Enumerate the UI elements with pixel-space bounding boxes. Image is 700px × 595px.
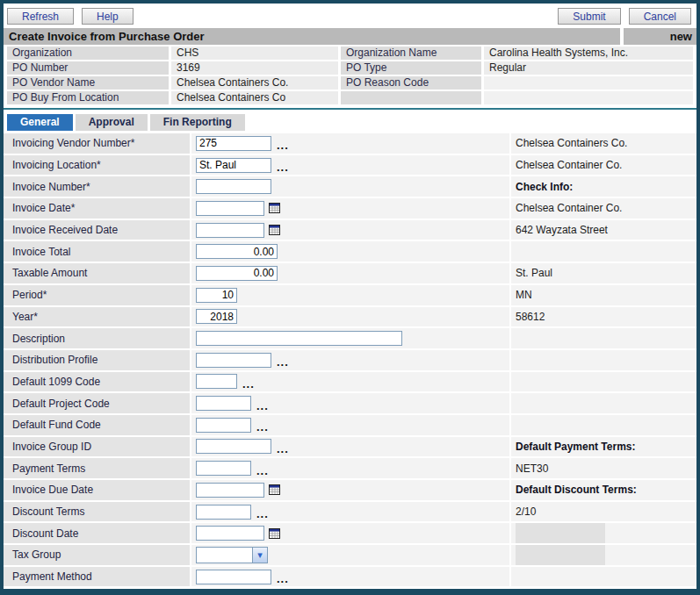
header-value-po-buy-from-location: Chelsea Containers Co bbox=[171, 91, 338, 104]
header-label-po-reason-code: PO Reason Code bbox=[341, 76, 481, 90]
lookup-icon[interactable]: ... bbox=[256, 397, 269, 411]
field-label-invoice-due-date: Invoice Due Date bbox=[4, 480, 190, 500]
default-discount-terms-value: 2/10 bbox=[509, 502, 696, 522]
default-fund-code-input[interactable] bbox=[196, 418, 251, 433]
header-value-organization-name: Carolina Health Systems, Inc. bbox=[484, 47, 693, 60]
form-row: Period* MN bbox=[4, 285, 696, 305]
refresh-button[interactable]: Refresh bbox=[7, 8, 74, 25]
tab-general[interactable]: General bbox=[7, 114, 73, 131]
field-info bbox=[509, 241, 696, 262]
lookup-icon[interactable]: ... bbox=[242, 375, 255, 389]
period-input[interactable] bbox=[196, 288, 237, 303]
header-label-po-number: PO Number bbox=[7, 61, 169, 75]
form-row: Default 1099 Code ... bbox=[4, 372, 696, 392]
check-address-text: 642 Wayzata Street bbox=[509, 220, 696, 240]
field-info bbox=[509, 393, 696, 413]
title-bar: Create Invoice from Purchase Order new bbox=[4, 28, 696, 45]
field-label-invoice-received-date: Invoice Received Date bbox=[4, 220, 190, 240]
payment-method-input[interactable] bbox=[196, 570, 271, 584]
cancel-button[interactable]: Cancel bbox=[629, 8, 691, 25]
invoice-total-input[interactable] bbox=[196, 244, 278, 259]
lookup-icon[interactable]: ... bbox=[256, 418, 269, 432]
form-row: Invoicing Location* ... Chelsea Containe… bbox=[4, 155, 696, 176]
lookup-icon[interactable]: ... bbox=[277, 353, 289, 367]
toolbar: Refresh Help Submit Cancel bbox=[4, 4, 696, 26]
field-label-year: Year* bbox=[4, 307, 190, 327]
year-input[interactable] bbox=[196, 309, 237, 324]
lookup-icon[interactable]: ... bbox=[256, 462, 269, 476]
check-state-text: MN bbox=[509, 285, 696, 305]
field-label-discount-terms: Discount Terms bbox=[4, 502, 190, 522]
discount-terms-input[interactable] bbox=[196, 505, 251, 520]
empty-info-cell bbox=[516, 545, 605, 565]
invoice-number-input[interactable] bbox=[196, 179, 271, 194]
field-info bbox=[509, 328, 696, 348]
payment-terms-input[interactable] bbox=[196, 461, 251, 476]
lookup-icon[interactable]: ... bbox=[277, 136, 289, 150]
invoice-due-date-input[interactable] bbox=[196, 483, 264, 498]
default-payment-terms-value: NET30 bbox=[509, 458, 696, 478]
page-title: Create Invoice from Purchase Order bbox=[4, 28, 620, 45]
invoicing-location-input[interactable] bbox=[196, 158, 271, 173]
form-row: Invoicing Vendor Number* ... Chelsea Con… bbox=[4, 133, 696, 154]
location-info-text: Chelsea Container Co. bbox=[509, 155, 696, 176]
header-value-empty bbox=[484, 91, 693, 104]
field-label-distribution-profile: Distribution Profile bbox=[4, 350, 190, 370]
description-input[interactable] bbox=[196, 331, 402, 346]
calendar-icon[interactable] bbox=[269, 528, 280, 539]
form-row: Invoice Date* Chelsea Container Co. bbox=[4, 198, 696, 219]
lookup-icon[interactable]: ... bbox=[277, 158, 289, 172]
field-label-default-1099-code: Default 1099 Code bbox=[4, 372, 190, 392]
submit-button[interactable]: Submit bbox=[558, 8, 620, 25]
chevron-down-icon[interactable]: ▾ bbox=[252, 548, 267, 563]
field-label-invoicing-vendor-number: Invoicing Vendor Number* bbox=[4, 133, 190, 154]
lookup-icon[interactable]: ... bbox=[256, 505, 269, 519]
form-row: Discount Date bbox=[4, 523, 696, 543]
distribution-profile-input[interactable] bbox=[196, 353, 271, 368]
form-row: Invoice Group ID ... Default Payment Ter… bbox=[4, 437, 696, 457]
lookup-icon[interactable]: ... bbox=[277, 570, 289, 584]
form-row: Invoice Due Date Default Discount Terms: bbox=[4, 480, 696, 500]
discount-date-input[interactable] bbox=[196, 526, 264, 541]
invoicing-vendor-number-input[interactable] bbox=[196, 136, 271, 151]
header-label-empty bbox=[341, 91, 481, 104]
default-payment-terms-heading: Default Payment Terms: bbox=[509, 437, 696, 457]
help-button[interactable]: Help bbox=[82, 8, 134, 25]
invoice-group-id-input[interactable] bbox=[196, 439, 271, 454]
default-1099-code-input[interactable] bbox=[196, 374, 237, 389]
header-label-po-type: PO Type bbox=[341, 61, 481, 75]
calendar-icon[interactable] bbox=[269, 203, 280, 213]
form-row: Payment Method ... bbox=[4, 567, 696, 587]
form-row: Discount Terms ... 2/10 bbox=[4, 502, 696, 522]
calendar-icon[interactable] bbox=[269, 484, 280, 495]
invoice-date-input[interactable] bbox=[196, 201, 264, 216]
create-invoice-window: Refresh Help Submit Cancel Create Invoic… bbox=[0, 0, 700, 595]
tax-group-select[interactable]: ▾ bbox=[196, 547, 268, 563]
invoice-received-date-input[interactable] bbox=[196, 223, 264, 238]
taxable-amount-input[interactable] bbox=[196, 266, 278, 281]
field-label-default-project-code: Default Project Code bbox=[4, 393, 190, 413]
header-value-po-reason-code bbox=[484, 76, 693, 90]
form-row: Invoice Number* Check Info: bbox=[4, 176, 696, 197]
default-discount-terms-heading: Default Discount Terms: bbox=[509, 480, 696, 500]
section-divider bbox=[4, 108, 696, 110]
check-info-heading: Check Info: bbox=[509, 176, 696, 197]
form-row: Invoice Total bbox=[4, 241, 696, 262]
default-project-code-input[interactable] bbox=[196, 396, 251, 411]
field-info bbox=[509, 415, 696, 435]
calendar-icon[interactable] bbox=[269, 225, 280, 235]
lookup-icon[interactable]: ... bbox=[277, 440, 289, 454]
field-label-payment-terms: Payment Terms bbox=[4, 458, 190, 478]
header-value-organization: CHS bbox=[171, 47, 338, 60]
form-row: Default Fund Code ... bbox=[4, 415, 696, 435]
tab-approval[interactable]: Approval bbox=[76, 114, 148, 131]
form-row: Year* 58612 bbox=[4, 307, 696, 327]
header-label-po-buy-from-location: PO Buy From Location bbox=[7, 91, 169, 104]
record-status-badge: new bbox=[624, 28, 696, 45]
check-city-text: St. Paul bbox=[509, 263, 696, 283]
tab-fin-reporting[interactable]: Fin Reporting bbox=[150, 114, 245, 131]
field-info bbox=[509, 372, 696, 392]
field-label-tax-group: Tax Group bbox=[4, 545, 190, 565]
check-zip-text: 58612 bbox=[509, 307, 696, 327]
header-value-po-vendor-name: Chelsea Containers Co. bbox=[171, 76, 338, 90]
